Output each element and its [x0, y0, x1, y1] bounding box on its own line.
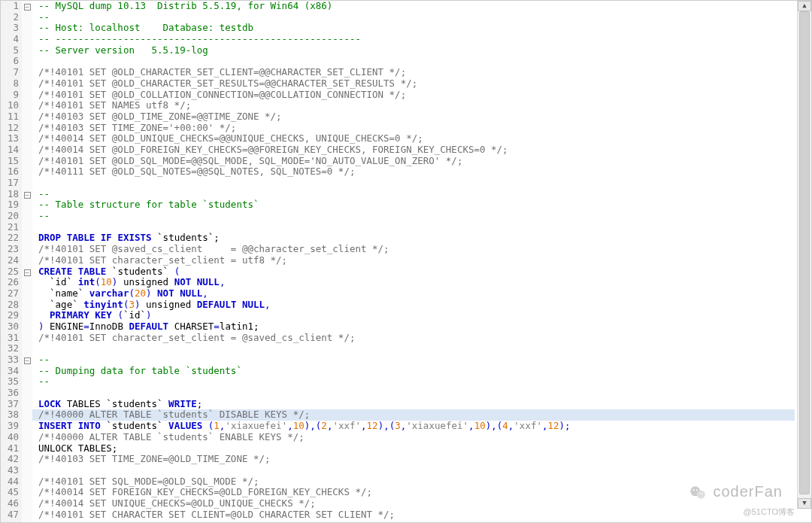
code-line[interactable]: -- Dumping data for table `students`: [32, 366, 795, 377]
code-line[interactable]: --: [32, 12, 795, 23]
code-line[interactable]: -- Host: localhost Database: testdb: [32, 23, 795, 34]
line-number[interactable]: 42: [1, 454, 22, 465]
code-line[interactable]: PRIMARY KEY (`id`): [32, 310, 795, 321]
line-number[interactable]: 37: [1, 399, 22, 410]
line-number[interactable]: 40: [1, 432, 22, 443]
line-number[interactable]: 26: [1, 277, 22, 288]
line-number[interactable]: 13: [1, 133, 22, 144]
code-line[interactable]: /*!40103 SET @OLD_TIME_ZONE=@@TIME_ZONE …: [32, 111, 795, 123]
fold-slot[interactable]: −: [22, 354, 32, 366]
code-line[interactable]: -- MySQL dump 10.13 Distrib 5.5.19, for …: [32, 1, 795, 12]
scroll-down-arrow[interactable]: ▼: [798, 498, 811, 509]
fold-column[interactable]: −−−−: [22, 1, 32, 522]
code-line[interactable]: CREATE TABLE `students` (: [32, 266, 795, 278]
line-number[interactable]: 35: [1, 376, 22, 388]
line-number[interactable]: 15: [1, 156, 22, 167]
line-number[interactable]: 19: [1, 199, 22, 211]
line-number[interactable]: 7: [1, 67, 22, 78]
code-line[interactable]: /*!40014 SET @OLD_FOREIGN_KEY_CHECKS=@@F…: [32, 144, 795, 156]
code-line[interactable]: -- -------------------------------------…: [32, 34, 795, 45]
code-line[interactable]: /*!40000 ALTER TABLE `students` ENABLE K…: [32, 432, 795, 443]
code-line[interactable]: UNLOCK TABLES;: [32, 443, 795, 455]
line-number[interactable]: 33: [1, 354, 22, 366]
code-line[interactable]: /*!40014 SET UNIQUE_CHECKS=@OLD_UNIQUE_C…: [32, 498, 795, 509]
code-line[interactable]: -- Server version 5.5.19-log: [32, 45, 795, 56]
line-number[interactable]: 46: [1, 498, 22, 509]
fold-slot[interactable]: −: [22, 189, 32, 200]
code-line[interactable]: /*!40014 SET @OLD_UNIQUE_CHECKS=@@UNIQUE…: [32, 133, 795, 144]
code-line[interactable]: [32, 465, 795, 476]
fold-toggle-icon[interactable]: −: [24, 357, 31, 364]
line-number[interactable]: 6: [1, 56, 22, 67]
code-line[interactable]: LOCK TABLES `students` WRITE;: [32, 399, 795, 410]
code-line[interactable]: /*!40101 SET @OLD_COLLATION_CONNECTION=@…: [32, 90, 795, 101]
line-number[interactable]: 25: [1, 266, 22, 278]
code-line[interactable]: /*!40101 SET CHARACTER SET CLIENT=@OLD C…: [32, 509, 795, 521]
code-line[interactable]: --: [32, 376, 795, 388]
code-line[interactable]: [32, 178, 795, 189]
line-number[interactable]: 2: [1, 12, 22, 23]
line-number[interactable]: 20: [1, 211, 22, 222]
fold-slot[interactable]: −: [22, 266, 32, 278]
code-line[interactable]: /*!40103 SET TIME_ZONE='+00:00' */;: [32, 123, 795, 134]
code-line[interactable]: `name` varchar(20) NOT NULL,: [32, 288, 795, 300]
code-line[interactable]: --: [32, 189, 795, 200]
line-number[interactable]: 29: [1, 310, 22, 321]
line-number[interactable]: 16: [1, 166, 22, 178]
fold-toggle-icon[interactable]: −: [24, 269, 31, 276]
scroll-up-arrow[interactable]: ▲: [798, 1, 811, 11]
code-line[interactable]: /*!40101 SET NAMES utf8 */;: [32, 100, 795, 111]
code-content[interactable]: -- MySQL dump 10.13 Distrib 5.5.19, for …: [32, 1, 795, 522]
line-number[interactable]: 39: [1, 421, 22, 432]
line-number[interactable]: 43: [1, 465, 22, 476]
code-line[interactable]: /*!40014 SET FOREIGN_KEY_CHECKS=@OLD_FOR…: [32, 487, 795, 498]
scrollbar-thumb[interactable]: [799, 11, 810, 494]
code-line[interactable]: /*!40101 SET @saved_cs_client = @@charac…: [32, 244, 795, 255]
line-number[interactable]: 10: [1, 100, 22, 111]
line-number[interactable]: 14: [1, 144, 22, 156]
code-line[interactable]: [32, 222, 795, 233]
line-number[interactable]: 5: [1, 45, 22, 56]
code-line[interactable]: [32, 56, 795, 67]
line-number[interactable]: 41: [1, 443, 22, 455]
code-line[interactable]: `age` tinyint(3) unsigned DEFAULT NULL,: [32, 300, 795, 311]
line-number[interactable]: 23: [1, 244, 22, 255]
line-number[interactable]: 24: [1, 255, 22, 266]
code-line[interactable]: /*!40000 ALTER TABLE `students` DISABLE …: [32, 409, 795, 421]
code-line[interactable]: /*!40103 SET TIME_ZONE=@OLD_TIME_ZONE */…: [32, 454, 795, 465]
code-line[interactable]: --: [32, 211, 795, 222]
code-line[interactable]: /*!40101 SET @OLD_CHARACTER_SET_CLIENT=@…: [32, 67, 795, 78]
fold-slot[interactable]: −: [22, 1, 32, 12]
code-line[interactable]: [32, 343, 795, 354]
line-number[interactable]: 9: [1, 90, 22, 101]
line-number[interactable]: 27: [1, 288, 22, 300]
fold-toggle-icon[interactable]: −: [24, 4, 31, 11]
line-number[interactable]: 28: [1, 300, 22, 311]
line-number-gutter[interactable]: 1234567891011121314151617181920212223242…: [1, 1, 23, 522]
line-number[interactable]: 31: [1, 333, 22, 344]
line-number[interactable]: 8: [1, 78, 22, 90]
code-line[interactable]: /*!40101 SET character_set_client = utf8…: [32, 255, 795, 266]
line-number[interactable]: 3: [1, 23, 22, 34]
line-number[interactable]: 4: [1, 34, 22, 45]
line-number[interactable]: 34: [1, 366, 22, 377]
code-line[interactable]: /*!40101 SET SQL_MODE=@OLD_SQL_MODE */;: [32, 476, 795, 488]
line-number[interactable]: 21: [1, 222, 22, 233]
line-number[interactable]: 47: [1, 509, 22, 521]
line-number[interactable]: 30: [1, 321, 22, 333]
line-number[interactable]: 17: [1, 178, 22, 189]
fold-toggle-icon[interactable]: −: [24, 192, 31, 199]
line-number[interactable]: 1: [1, 1, 22, 12]
code-line[interactable]: [32, 388, 795, 399]
line-number[interactable]: 11: [1, 111, 22, 123]
code-line[interactable]: /*!40101 SET @OLD_CHARACTER_SET_RESULTS=…: [32, 78, 795, 90]
code-line[interactable]: /*!40111 SET @OLD_SQL_NOTES=@@SQL_NOTES,…: [32, 166, 795, 178]
code-line[interactable]: /*!40101 SET character_set_client = @sav…: [32, 333, 795, 344]
line-number[interactable]: 45: [1, 487, 22, 498]
line-number[interactable]: 32: [1, 343, 22, 354]
line-number[interactable]: 12: [1, 123, 22, 134]
line-number[interactable]: 18: [1, 189, 22, 200]
code-line[interactable]: --: [32, 354, 795, 366]
code-line[interactable]: `id` int(10) unsigned NOT NULL,: [32, 277, 795, 288]
code-line[interactable]: INSERT INTO `students` VALUES (1,'xiaxue…: [32, 421, 795, 432]
